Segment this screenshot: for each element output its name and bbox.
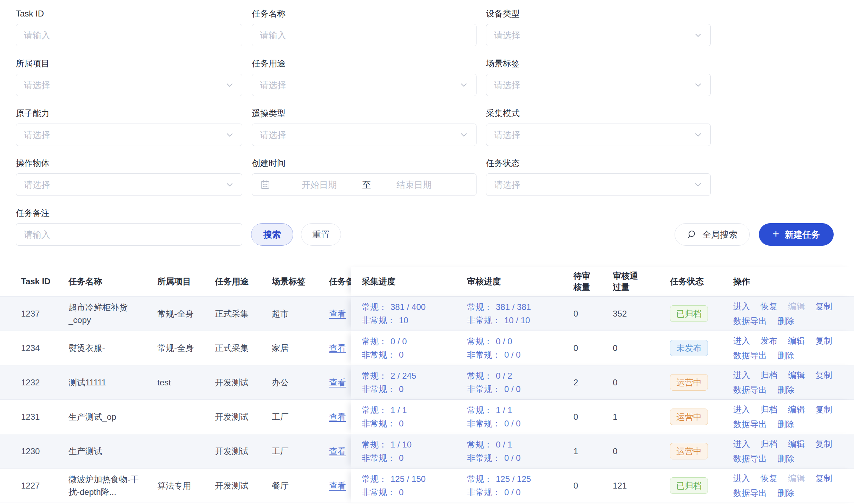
remark-view-link[interactable]: 查看 [329, 378, 346, 387]
reset-button[interactable]: 重置 [301, 223, 341, 246]
cell-collect-progress: 常规：0 / 0 非常规：0 [362, 335, 467, 362]
action-link[interactable]: 编辑 [788, 404, 805, 416]
col-approved: 审核通过量 [613, 270, 670, 293]
action-link[interactable]: 编辑 [788, 335, 805, 347]
cell-purpose: 开发测试 [215, 445, 272, 458]
status-badge: 已归档 [670, 305, 708, 322]
filter-field-5: 任务用途 请选择 [252, 58, 477, 96]
action-link[interactable]: 恢复 [761, 300, 777, 312]
action-link[interactable]: 复制 [815, 300, 832, 312]
filter-field-1: Task ID 请输入 [16, 8, 242, 46]
action-link[interactable]: 归档 [761, 438, 777, 450]
remark-view-link[interactable]: 查看 [329, 343, 346, 353]
action-link[interactable]: 数据导出 [733, 315, 767, 327]
action-link[interactable]: 复制 [815, 369, 832, 381]
cell-purpose: 正式采集 [215, 307, 272, 320]
text-input[interactable]: 请输入 [252, 24, 477, 46]
filter-label: 场景标签 [486, 58, 711, 69]
action-link[interactable]: 数据导出 [733, 453, 767, 465]
col-task-id: Task ID [0, 276, 68, 287]
select-input[interactable]: 请选择 [486, 124, 711, 146]
action-link[interactable]: 删除 [777, 418, 794, 430]
action-link: 编辑 [788, 300, 805, 312]
action-link[interactable]: 进入 [733, 300, 750, 312]
input-placeholder: 请输入 [260, 29, 468, 41]
select-input[interactable]: 请选择 [16, 74, 242, 96]
cell-pending-count: 0 [573, 309, 613, 319]
cell-pending-count: 2 [573, 378, 613, 387]
col-scene: 场景标签 [272, 276, 329, 287]
action-link[interactable]: 编辑 [788, 369, 805, 381]
calendar-icon [260, 179, 270, 190]
action-link[interactable]: 发布 [761, 335, 777, 347]
cell-collect-progress: 常规：1 / 1 非常规：0 [362, 404, 467, 430]
col-pending: 待审核量 [573, 270, 613, 293]
cell-purpose: 正式采集 [215, 342, 272, 354]
col-project: 所属项目 [157, 276, 215, 287]
select-input[interactable]: 请选择 [16, 124, 242, 146]
action-link[interactable]: 进入 [733, 369, 750, 381]
action-link[interactable]: 归档 [761, 404, 777, 416]
action-link[interactable]: 数据导出 [733, 418, 767, 430]
select-input[interactable]: 请选择 [16, 173, 242, 196]
action-link[interactable]: 复制 [815, 472, 832, 484]
select-placeholder: 请选择 [24, 179, 225, 191]
action-link[interactable]: 复制 [815, 335, 832, 347]
cell-task-name: 生产测试 [68, 445, 157, 458]
cell-scene: 工厂 [272, 411, 329, 423]
action-link[interactable]: 恢复 [761, 472, 777, 484]
chevron-down-icon [459, 130, 468, 139]
daterange-input[interactable]: 开始日期 至 结束日期 [252, 173, 477, 196]
action-link[interactable]: 进入 [733, 404, 750, 416]
filter-label: 任务状态 [486, 158, 711, 168]
action-link[interactable]: 删除 [777, 315, 794, 327]
search-button[interactable]: 搜索 [251, 223, 293, 246]
action-link[interactable]: 删除 [777, 487, 794, 499]
global-search-button[interactable]: 全局搜索 [675, 223, 750, 246]
action-link[interactable]: 编辑 [788, 438, 805, 450]
action-link[interactable]: 进入 [733, 335, 750, 347]
action-link[interactable]: 归档 [761, 369, 777, 381]
select-input[interactable]: 请选择 [252, 74, 477, 96]
end-date-placeholder[interactable]: 结束日期 [377, 179, 451, 191]
filter-label: 创建时间 [252, 158, 477, 168]
action-link[interactable]: 数据导出 [733, 350, 767, 362]
col-status: 任务状态 [670, 276, 733, 287]
action-link[interactable]: 复制 [815, 404, 832, 416]
status-badge: 运营中 [670, 409, 708, 425]
new-task-button[interactable]: + 新建任务 [759, 223, 834, 246]
action-link[interactable]: 删除 [777, 384, 794, 396]
select-placeholder: 请选择 [260, 129, 459, 141]
cell-pending-count: 0 [573, 343, 613, 353]
action-link[interactable]: 进入 [733, 438, 750, 450]
cell-scene: 家居 [272, 342, 329, 354]
action-link[interactable]: 数据导出 [733, 384, 767, 396]
action-link[interactable]: 进入 [733, 472, 750, 484]
global-search-label: 全局搜索 [702, 229, 737, 240]
action-link[interactable]: 数据导出 [733, 487, 767, 499]
action-link[interactable]: 删除 [777, 350, 794, 362]
text-input[interactable]: 请输入 [16, 24, 242, 46]
start-date-placeholder[interactable]: 开始日期 [282, 179, 356, 191]
table-row: 1227 微波炉加热食物-干扰-depth降... 算法专用 开发测试 餐厅 查… [0, 469, 854, 503]
col-collect-progress: 采集进度 [362, 276, 467, 287]
select-input[interactable]: 请选择 [252, 124, 477, 146]
cell-review-progress: 常规：0 / 2 非常规：0 / 0 [467, 369, 573, 396]
input-placeholder: 请输入 [24, 229, 234, 240]
select-input[interactable]: 请选择 [486, 173, 711, 196]
cell-actions: 进入发布编辑复制数据导出删除 [733, 335, 843, 362]
filter-field-8: 遥操类型 请选择 [252, 108, 477, 146]
remark-view-link[interactable]: 查看 [329, 446, 346, 456]
select-input[interactable]: 请选择 [486, 24, 711, 46]
remark-view-link[interactable]: 查看 [329, 412, 346, 422]
action-link[interactable]: 复制 [815, 438, 832, 450]
remark-view-link[interactable]: 查看 [329, 309, 346, 318]
filter-label: 采集模式 [486, 108, 711, 119]
cell-task-id: 1232 [0, 376, 68, 389]
filter-field-3: 设备类型 请选择 [486, 8, 711, 46]
remark-view-link[interactable]: 查看 [329, 481, 346, 490]
action-link[interactable]: 删除 [777, 453, 794, 465]
select-input[interactable]: 请选择 [486, 74, 711, 96]
filter-field-4: 所属项目 请选择 [16, 58, 242, 96]
text-input[interactable]: 请输入 [16, 223, 242, 246]
